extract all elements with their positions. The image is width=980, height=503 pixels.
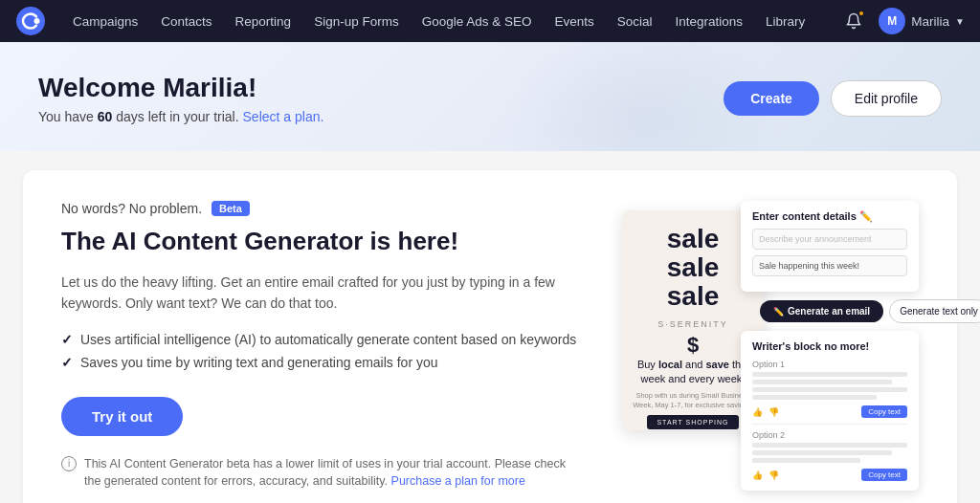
info-icon: i: [61, 456, 77, 471]
ai-tag-text: No words? No problem.: [61, 201, 202, 216]
purchase-plan-link[interactable]: Purchase a plan for more: [391, 474, 525, 488]
trial-days: 60: [98, 109, 113, 124]
svg-point-1: [34, 18, 40, 24]
username: Marilia: [911, 14, 949, 29]
logo[interactable]: [15, 6, 46, 36]
generate-email-button[interactable]: ✏️ Generate an email: [760, 300, 883, 322]
nav-item-events[interactable]: Events: [543, 0, 605, 42]
nav-item-integrations[interactable]: Integrations: [664, 0, 755, 42]
nav-item-social[interactable]: Social: [606, 0, 664, 42]
notifications-bell[interactable]: [840, 8, 867, 34]
ai-content-generator-card: No words? No problem. Beta The AI Conten…: [23, 170, 957, 503]
ai-visual-section: sale sale sale S·SERENITY $ Buy local an…: [622, 201, 919, 469]
details-input[interactable]: Sale happening this week!: [752, 255, 907, 276]
option2-text: [752, 443, 907, 463]
hero-actions: Create Edit profile: [724, 80, 942, 117]
content-details-title: Enter content details ✏️: [752, 210, 907, 223]
hero-title: Welcome Marilia!: [38, 73, 323, 103]
generator-panel: Enter content details ✏️ Describe your a…: [741, 201, 919, 491]
feature-item: Saves you time by writing text and gener…: [61, 355, 584, 370]
generate-buttons-row: ✏️ Generate an email Generate text only: [760, 299, 919, 323]
copy-text-button-2[interactable]: Copy text: [861, 469, 907, 481]
thumbs-down-icon-2[interactable]: 👎: [768, 470, 779, 480]
generate-text-button[interactable]: Generate text only: [889, 299, 980, 323]
ai-notice: i This AI Content Generator beta has a l…: [61, 455, 584, 492]
poster-shop-button[interactable]: START SHOPPING: [647, 415, 738, 429]
announcement-input[interactable]: Describe your announcement: [752, 229, 907, 250]
notice-text: This AI Content Generator beta has a low…: [84, 455, 584, 492]
nav-item-library[interactable]: Library: [754, 0, 816, 42]
edit-profile-button[interactable]: Edit profile: [831, 80, 942, 117]
option1-actions: 👍 👎 Copy text: [752, 405, 907, 418]
content-details-box: Enter content details ✏️ Describe your a…: [741, 201, 919, 292]
writers-block-title: Writer's block no more!: [752, 340, 907, 352]
ai-title: The AI Content Generator is here!: [61, 226, 584, 258]
pen-icon: ✏️: [773, 307, 784, 317]
avatar: M: [879, 8, 905, 34]
option1-label: Option 1: [752, 360, 907, 369]
copy-text-button[interactable]: Copy text: [861, 405, 907, 418]
hero-subtitle: You have 60 days left in your trial. Sel…: [38, 109, 323, 124]
nav-item-signup-forms[interactable]: Sign-up Forms: [302, 0, 411, 42]
poster-sub-text: Shop with us during Small Business Week,…: [632, 391, 754, 410]
poster-brand: S·SERENITY: [657, 319, 728, 329]
nav-item-campaigns[interactable]: Campaigns: [61, 0, 149, 42]
ai-features-list: Uses artificial intelligence (AI) to aut…: [61, 332, 584, 370]
nav-item-google-ads-seo[interactable]: Google Ads & SEO: [411, 0, 544, 42]
beta-badge: Beta: [212, 201, 250, 216]
writers-block-box: Writer's block no more! Option 1 👍 👎: [741, 331, 919, 491]
feature-item: Uses artificial intelligence (AI) to aut…: [61, 332, 584, 347]
poster-cta: Buy local and save this week and every w…: [632, 358, 754, 387]
hero-text: Welcome Marilia! You have 60 days left i…: [38, 73, 323, 124]
ai-description: No words? No problem. Beta The AI Conten…: [61, 201, 584, 491]
navbar: Campaigns Contacts Reporting Sign-up For…: [0, 0, 980, 42]
divider: [752, 424, 907, 425]
chevron-down-icon: ▼: [955, 16, 965, 27]
ai-description-text: Let us do the heavy lifting. Get an enti…: [61, 272, 584, 315]
main-content: No words? No problem. Beta The AI Conten…: [0, 151, 980, 503]
svg-point-0: [16, 7, 45, 35]
hero-section: Welcome Marilia! You have 60 days left i…: [0, 42, 980, 151]
thumbs-up-icon[interactable]: 👍: [752, 407, 763, 417]
option2-label: Option 2: [752, 430, 907, 440]
select-plan-link[interactable]: Select a plan.: [243, 109, 324, 124]
thumbs-up-icon-2[interactable]: 👍: [752, 470, 763, 480]
ai-tag-row: No words? No problem. Beta: [61, 201, 584, 216]
thumbs-down-icon[interactable]: 👎: [768, 407, 779, 417]
create-button[interactable]: Create: [724, 81, 819, 116]
try-it-out-button[interactable]: Try it out: [61, 397, 183, 436]
option1-text: [752, 372, 907, 400]
nav-item-reporting[interactable]: Reporting: [224, 0, 303, 42]
nav-item-contacts[interactable]: Contacts: [149, 0, 223, 42]
option2-actions: 👍 👎 Copy text: [752, 469, 907, 481]
user-menu[interactable]: M Marilia ▼: [879, 8, 965, 34]
notification-dot: [858, 10, 865, 17]
